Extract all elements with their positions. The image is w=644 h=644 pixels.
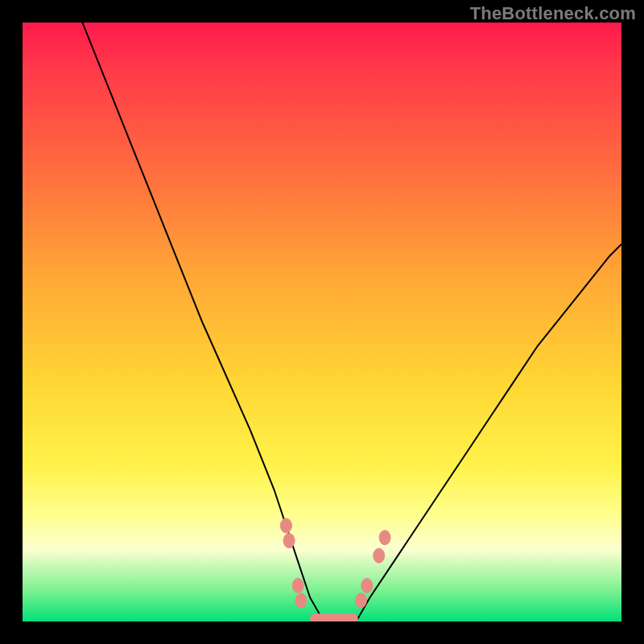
curve-markers bbox=[280, 518, 390, 608]
watermark-text: TheBottleneck.com bbox=[470, 3, 636, 24]
curve-marker bbox=[374, 548, 385, 563]
curve-marker bbox=[283, 534, 295, 548]
chart-frame: TheBottleneck.com bbox=[0, 0, 644, 644]
curve-marker bbox=[280, 518, 291, 533]
curve-marker bbox=[379, 530, 390, 545]
chart-overlay bbox=[23, 23, 621, 621]
curve-marker bbox=[355, 593, 366, 608]
curve-marker bbox=[361, 578, 373, 592]
curve-marker bbox=[292, 578, 303, 592]
baseline-band bbox=[310, 613, 358, 621]
bottleneck-curve bbox=[82, 23, 621, 618]
curve-marker bbox=[295, 593, 307, 608]
